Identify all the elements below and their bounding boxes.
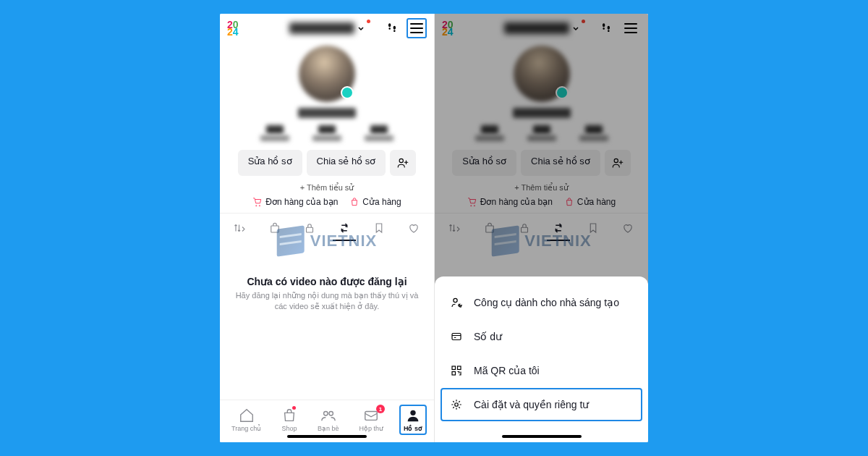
empty-subtitle: Hãy đăng lại những nội dung mà bạn thấy … [233,290,421,313]
sheet-qr[interactable]: Mã QR của tôi [441,354,642,387]
nav-shop[interactable]: Shop [277,405,302,435]
stat-likes[interactable] [365,125,393,141]
sheet-balance[interactable]: Số dư [441,320,642,353]
svg-point-6 [410,410,415,415]
nav-home[interactable]: Trang chủ [227,405,265,435]
svg-rect-5 [365,412,378,421]
nav-friends[interactable]: Bạn bè [313,405,344,435]
nav-profile[interactable]: Hồ sơ [399,405,427,435]
share-profile-button[interactable]: Chia sẻ hồ sơ [307,150,386,176]
hamburger-icon [410,23,423,33]
watermark: VIETNIX [277,227,378,255]
profile-stats [260,125,393,141]
notification-dot-icon [367,20,370,23]
shop-icon [281,408,297,423]
svg-point-3 [323,412,328,416]
footsteps-icon[interactable] [385,21,399,35]
menu-button[interactable] [407,18,427,38]
tab-sort[interactable] [231,219,249,237]
cart-icon [252,197,263,207]
settings-icon [449,397,464,412]
phone-left: 20 24 [220,14,434,442]
creator-tools-icon [449,295,464,310]
empty-title: Chưa có video nào được đăng lại [233,276,421,287]
profile-icon [405,408,421,423]
svg-point-0 [399,159,403,162]
profile-header: 20 24 [220,14,434,43]
home-indicator [502,435,582,438]
svg-point-10 [454,298,457,302]
bag-icon [349,197,359,207]
add-bio-link[interactable]: + Thêm tiểu sử [300,183,354,193]
stat-followers[interactable] [312,125,341,141]
svg-rect-11 [452,334,461,340]
verified-badge-icon [341,86,354,99]
svg-rect-14 [452,372,456,376]
home-indicator [287,435,367,438]
home-icon [239,408,255,423]
sheet-settings-privacy[interactable]: Cài đặt và quyền riêng tư [441,388,642,421]
svg-point-15 [455,403,459,407]
your-orders-link[interactable]: Đơn hàng của bạn [252,197,338,207]
username [298,108,356,118]
logo-2024: 20 24 [227,21,239,36]
edit-profile-button[interactable]: Sửa hồ sơ [238,150,302,176]
svg-point-4 [329,412,333,416]
inbox-badge: 1 [376,405,385,413]
menu-sheet: Công cụ dành cho nhà sáng tạo Số dư Mã Q… [435,276,648,442]
svg-rect-13 [458,366,461,370]
friends-icon [320,408,336,423]
add-friend-button[interactable] [390,150,416,176]
nav-inbox[interactable]: 1 Hộp thư [355,405,388,435]
balance-icon [449,329,464,344]
avatar[interactable] [299,46,355,102]
stat-following[interactable] [260,125,289,141]
qr-icon [449,363,464,378]
store-link[interactable]: Cửa hàng [349,197,401,207]
profile-info: Sửa hồ sơ Chia sẻ hồ sơ + Thêm tiểu sử Đ… [220,43,434,213]
tab-liked[interactable] [405,219,422,237]
svg-rect-12 [452,366,456,370]
profile-name-dropdown[interactable] [289,22,365,34]
add-friend-icon [396,156,409,169]
sheet-creator-tools[interactable]: Công cụ dành cho nhà sáng tạo [441,286,642,319]
phone-right: 20 24 [434,14,648,442]
